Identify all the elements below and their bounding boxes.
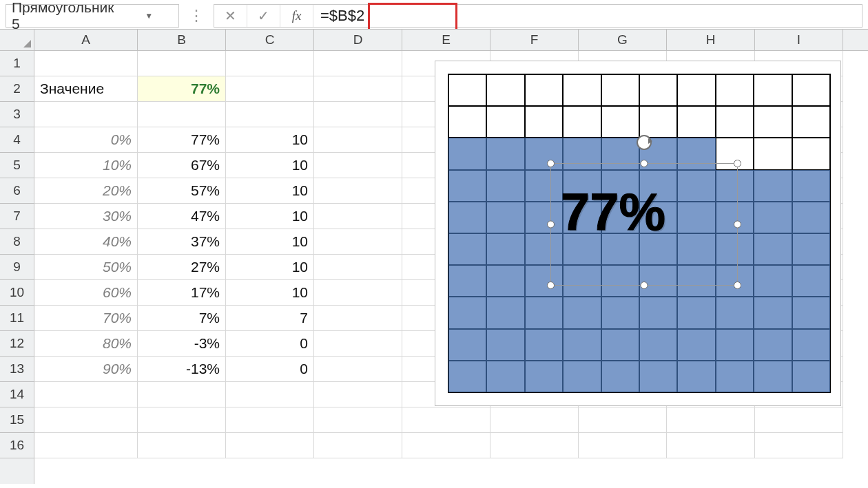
cell[interactable] — [490, 407, 579, 433]
embedded-chart[interactable]: 77% — [435, 61, 841, 406]
cell[interactable] — [314, 407, 402, 433]
confirm-formula-button[interactable]: ✓ — [247, 5, 280, 27]
cell[interactable] — [314, 255, 402, 280]
cell[interactable] — [34, 433, 138, 458]
column-header[interactable]: D — [314, 30, 402, 50]
cell[interactable] — [314, 229, 402, 255]
column-header[interactable]: B — [138, 30, 226, 50]
cell[interactable] — [579, 407, 667, 433]
cell[interactable]: 10 — [226, 280, 314, 306]
row-header[interactable]: 4 — [0, 127, 34, 153]
cell[interactable]: 90% — [34, 357, 138, 382]
cell[interactable]: 10 — [226, 178, 314, 204]
cell[interactable] — [579, 433, 667, 458]
cell[interactable] — [314, 178, 402, 204]
cell[interactable] — [314, 153, 402, 178]
cell[interactable]: 40% — [34, 229, 138, 255]
cell[interactable]: 0% — [34, 127, 138, 153]
cell[interactable] — [314, 280, 402, 306]
cell[interactable] — [34, 382, 138, 407]
column-header[interactable]: I — [755, 30, 843, 50]
cell[interactable]: -13% — [138, 357, 226, 382]
cell[interactable]: 0 — [226, 357, 314, 382]
cell[interactable] — [138, 51, 226, 76]
cell[interactable]: 7% — [138, 306, 226, 331]
fx-icon[interactable]: fx — [280, 5, 313, 27]
row-header[interactable]: 15 — [0, 407, 34, 433]
cell[interactable] — [314, 127, 402, 153]
cell[interactable] — [314, 102, 402, 127]
cell[interactable] — [226, 407, 314, 433]
row-header[interactable]: 16 — [0, 433, 34, 458]
cell[interactable]: 50% — [34, 255, 138, 280]
cell[interactable] — [226, 102, 314, 127]
cell[interactable] — [667, 407, 755, 433]
cell[interactable]: 80% — [34, 331, 138, 357]
row-header[interactable]: 6 — [0, 178, 34, 204]
name-box[interactable]: Прямоугольник 5 ▼ — [6, 4, 179, 28]
cell[interactable] — [755, 433, 843, 458]
cell[interactable]: 77% — [138, 76, 226, 102]
row-header[interactable]: 13 — [0, 357, 34, 382]
cell[interactable]: 77% — [138, 127, 226, 153]
column-header[interactable]: A — [34, 30, 138, 50]
cell[interactable]: 70% — [34, 306, 138, 331]
cell[interactable] — [226, 76, 314, 102]
cell[interactable] — [138, 433, 226, 458]
cell[interactable] — [226, 433, 314, 458]
column-header[interactable]: E — [402, 30, 490, 50]
cell[interactable]: 0 — [226, 331, 314, 357]
cancel-formula-button[interactable]: ✕ — [214, 5, 247, 27]
cell[interactable]: 67% — [138, 153, 226, 178]
cell[interactable]: 10 — [226, 204, 314, 229]
column-header[interactable]: F — [490, 30, 579, 50]
cell[interactable]: 47% — [138, 204, 226, 229]
column-header[interactable]: C — [226, 30, 314, 50]
row-header[interactable]: 1 — [0, 51, 34, 76]
name-box-dropdown-icon[interactable]: ▼ — [114, 11, 178, 21]
cell[interactable] — [34, 407, 138, 433]
column-header[interactable]: G — [579, 30, 667, 50]
cell[interactable]: 57% — [138, 178, 226, 204]
cell[interactable]: 20% — [34, 178, 138, 204]
cell[interactable]: -3% — [138, 331, 226, 357]
cell[interactable] — [314, 331, 402, 357]
column-header[interactable]: H — [667, 30, 755, 50]
row-header[interactable]: 7 — [0, 204, 34, 229]
cell[interactable] — [138, 407, 226, 433]
row-header[interactable]: 9 — [0, 255, 34, 280]
cell[interactable] — [314, 382, 402, 407]
cell[interactable] — [314, 306, 402, 331]
formula-input[interactable]: =$B$2 — [313, 7, 862, 25]
cell[interactable] — [490, 433, 579, 458]
cell[interactable] — [138, 382, 226, 407]
cells-area[interactable]: Значение77%0%77%1010%67%1020%57%1030%47%… — [34, 51, 868, 484]
cell[interactable]: 30% — [34, 204, 138, 229]
cell[interactable]: 37% — [138, 229, 226, 255]
worksheet[interactable]: ABCDEFGHI 12345678910111213141516 Значен… — [0, 29, 868, 484]
row-header[interactable]: 11 — [0, 306, 34, 331]
row-header[interactable]: 3 — [0, 102, 34, 127]
cell[interactable]: 27% — [138, 255, 226, 280]
row-header[interactable]: 5 — [0, 153, 34, 178]
row-header[interactable]: 12 — [0, 331, 34, 357]
cell[interactable] — [314, 76, 402, 102]
cell[interactable] — [314, 357, 402, 382]
cell[interactable] — [226, 382, 314, 407]
cell[interactable]: 10 — [226, 153, 314, 178]
cell[interactable]: 10% — [34, 153, 138, 178]
cell[interactable] — [755, 407, 843, 433]
cell[interactable] — [314, 51, 402, 76]
row-header[interactable]: 8 — [0, 229, 34, 255]
select-all-corner[interactable] — [0, 30, 34, 50]
cell[interactable]: 7 — [226, 306, 314, 331]
cell[interactable] — [226, 51, 314, 76]
cell[interactable]: Значение — [34, 76, 138, 102]
row-header[interactable]: 2 — [0, 76, 34, 102]
cell[interactable] — [402, 407, 490, 433]
cell[interactable] — [314, 433, 402, 458]
row-header[interactable]: 14 — [0, 382, 34, 407]
cell[interactable] — [34, 102, 138, 127]
cell[interactable]: 10 — [226, 255, 314, 280]
cell[interactable] — [138, 102, 226, 127]
